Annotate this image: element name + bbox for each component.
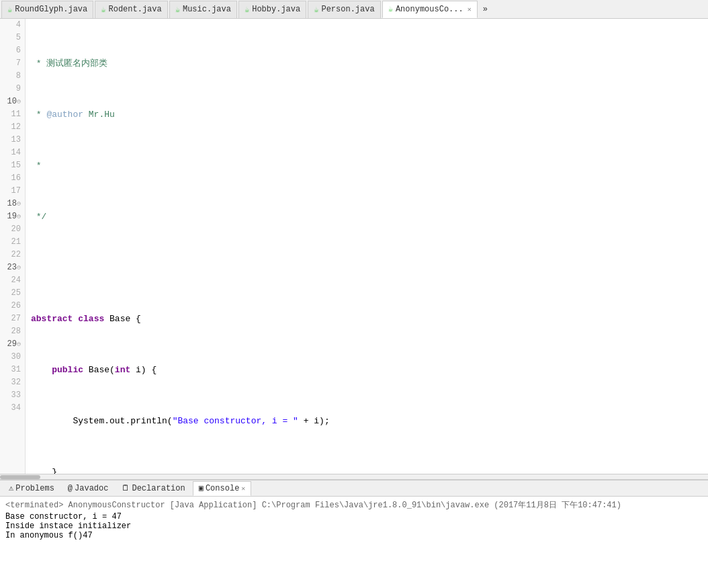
java-icon: ☕ [245, 5, 249, 15]
console-tab-close[interactable]: ✕ [241, 485, 245, 493]
tab-javadoc[interactable]: @ Javadoc [62, 481, 115, 496]
tab-console[interactable]: ▣ Console ✕ [193, 481, 252, 496]
java-icon-active: ☕ [388, 4, 393, 14]
tab-anonymous[interactable]: ☕ AnonymousCo... ✕ [382, 1, 478, 18]
tab-declaration[interactable]: 🗒 Declaration [116, 481, 191, 496]
code-line-8 [31, 261, 708, 274]
code-line-12: } [31, 466, 708, 474]
editor-area: 4 5 6 7 8 9 10⊖ 11 12 13 14 15 16 17 18⊖… [0, 19, 708, 474]
console-output: <terminated> AnonymousConstructor [Java … [0, 497, 708, 588]
code-line-5: * @author Mr.Hu [31, 108, 708, 121]
console-line-2: Inside instace initializer [5, 521, 703, 531]
java-icon: ☕ [175, 5, 180, 15]
horizontal-scrollbar[interactable] [0, 474, 708, 479]
java-icon: ☕ [101, 5, 105, 15]
tab-person[interactable]: ☕ Person.java [308, 1, 380, 18]
tab-problems[interactable]: ⚠ Problems [3, 481, 60, 496]
javadoc-icon: @ [68, 484, 73, 493]
tab-overflow-button[interactable]: » [479, 5, 492, 14]
java-icon: ☕ [314, 5, 318, 15]
tab-rodent[interactable]: ☕ Rodent.java [95, 1, 167, 18]
bottom-tab-bar: ⚠ Problems @ Javadoc 🗒 Declaration ▣ Con… [0, 480, 708, 497]
bottom-panel: ⚠ Problems @ Javadoc 🗒 Declaration ▣ Con… [0, 479, 708, 588]
tab-hobby[interactable]: ☕ Hobby.java [238, 1, 306, 18]
code-editor[interactable]: * 测试匿名内部类 * @author Mr.Hu * */ abstract … [26, 19, 708, 474]
tab-bar: ☕ RoundGlyph.java ☕ Rodent.java ☕ Music.… [0, 0, 708, 19]
code-line-4: * 测试匿名内部类 [31, 57, 708, 70]
code-line-9: abstract class Base { [31, 312, 708, 325]
console-line-3: In anonymous f()47 [5, 531, 703, 540]
problems-icon: ⚠ [9, 483, 13, 493]
console-line-1: Base constructor, i = 47 [5, 512, 703, 521]
line-numbers: 4 5 6 7 8 9 10⊖ 11 12 13 14 15 16 17 18⊖… [0, 19, 26, 474]
console-icon: ▣ [199, 483, 204, 493]
code-line-7: */ [31, 210, 708, 223]
tab-roundglyph[interactable]: ☕ RoundGlyph.java [1, 1, 93, 18]
console-title: <terminated> AnonymousConstructor [Java … [5, 499, 703, 511]
tab-music[interactable]: ☕ Music.java [169, 1, 237, 18]
java-icon: ☕ [7, 5, 12, 15]
code-line-6: * [31, 159, 708, 172]
code-line-11: System.out.println("Base constructor, i … [31, 415, 708, 427]
declaration-icon: 🗒 [122, 483, 130, 493]
code-line-10: public Base(int i) { [31, 364, 708, 376]
tab-close-button[interactable]: ✕ [468, 5, 472, 13]
scrollbar-thumb[interactable] [0, 475, 40, 479]
